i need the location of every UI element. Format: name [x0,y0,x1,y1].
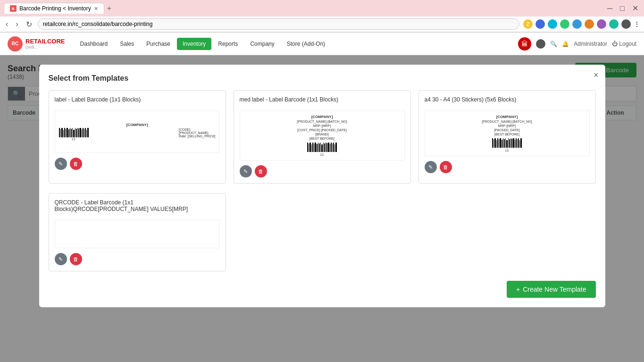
tab-close-button[interactable]: ✕ [94,6,98,12]
refresh-button[interactable]: ↻ [24,19,34,30]
template-preview-label: [COMPANY] 11 [CODE] [PRO [55,110,220,153]
template-actions-qrcode: ✎ 🗑 [55,253,220,265]
admin-label: Administrator [574,41,607,47]
ext-icon-7 [597,19,606,29]
ext-icon-4 [560,19,569,29]
template-card-qrcode: QRCODE - Label Barcode (1x1 Blocks)QRCOD… [49,193,226,271]
modal-close-button[interactable]: × [594,70,599,80]
delete-template-label-button[interactable]: 🗑 [70,158,82,170]
address-bar[interactable] [38,18,519,30]
template-card-a4-30: a4 30 - A4 (30 Stickers) (5x6 Blocks) [C… [418,90,596,184]
notification-icon[interactable]: 🔔 [562,41,569,47]
page-background: Search Result (1438) Total Print Qty: 17… [0,55,644,362]
ext-icon-6 [585,19,594,29]
browser-tab[interactable]: B Barcode Printing < Inventory ✕ [4,3,104,14]
youtube-icon [536,39,545,49]
nav-inventory[interactable]: Inventory [177,38,211,50]
app-header: RC RETAILCORE Dedi... Dashboard Sales Pu… [0,33,644,55]
template-card-med-label: med label - Label Barcode (1x1 Blocks) [… [234,90,411,184]
template-empty-3 [418,193,596,271]
nav-dashboard[interactable]: Dashboard [75,38,114,50]
template-name-a4-30: a4 30 - A4 (30 Stickers) (5x6 Blocks) [425,96,590,103]
logo-text: RETAILCORE [25,38,65,45]
template-name-qrcode: QRCODE - Label Barcode (1x1 Blocks)QRCOD… [55,199,220,212]
edit-template-med-label-button[interactable]: ✎ [240,165,252,177]
plus-icon: + [516,286,520,293]
menu-dots[interactable]: ⋮ [634,20,640,28]
nav-purchase[interactable]: Purchase [141,38,176,50]
nav-store[interactable]: Store (Add-On) [281,38,331,50]
modal-footer: + Create New Template [49,281,596,298]
template-name-med-label: med label - Label Barcode (1x1 Blocks) [240,96,405,103]
edit-template-a4-30-button[interactable]: ✎ [425,161,437,173]
nav-company[interactable]: Company [244,38,280,50]
app-nav: Dashboard Sales Purchase Inventory Repor… [75,38,331,50]
template-preview-med-label: [COMPANY] [PRODUCT_NAME]-[BATCH_NO] MRP-… [240,110,405,160]
template-name-label: label - Label Barcode (1x1 Blocks) [55,96,220,103]
template-grid-bottom: QRCODE - Label Barcode (1x1 Blocks)QRCOD… [49,193,596,271]
app-logo: RC RETAILCORE Dedi... [8,36,65,51]
template-grid: label - Label Barcode (1x1 Blocks) [COMP… [49,90,596,184]
ext-icon-3 [548,19,557,29]
app-right-header: 🏛 🔍 🔔 Administrator ⏻ Logout [518,37,636,51]
create-new-template-button[interactable]: + Create New Template [507,281,596,298]
template-empty-2 [234,193,411,271]
brand-icon: 🏛 [518,37,531,51]
delete-template-qrcode-button[interactable]: 🗑 [70,253,82,265]
minimize-button[interactable]: ─ [605,3,614,14]
back-button[interactable]: ‹ [4,19,10,29]
browser-extension-icons: Z ⋮ [523,19,640,29]
logo-sub: Dedi... [25,45,65,50]
ext-icon-1: Z [523,19,533,29]
template-modal: Select from Templates × label - Label Ba… [39,65,605,307]
template-actions-med-label: ✎ 🗑 [240,165,405,177]
delete-template-a4-30-button[interactable]: 🗑 [440,161,452,173]
maximize-button[interactable]: □ [618,3,627,14]
ext-icon-2 [535,19,545,29]
tab-favicon: B [10,5,17,12]
close-window-button[interactable]: ✕ [630,3,640,14]
search-icon[interactable]: 🔍 [550,41,557,47]
edit-template-qrcode-button[interactable]: ✎ [55,253,67,265]
template-actions-a4-30: ✎ 🗑 [425,161,590,173]
delete-template-med-label-button[interactable]: 🗑 [255,165,267,177]
ext-icon-5 [572,19,582,29]
modal-title: Select from Templates [49,74,596,83]
template-preview-a4-30: [COMPANY] [PRODUCT_NAME]-[BATCH_NO] MRP-… [425,110,590,156]
ext-icon-9 [621,19,631,29]
template-preview-qrcode [55,220,220,248]
logout-button[interactable]: ⏻ Logout [612,41,636,47]
modal-overlay: Select from Templates × label - Label Ba… [0,55,644,362]
edit-template-label-button[interactable]: ✎ [55,158,67,170]
forward-button[interactable]: › [14,19,20,29]
template-actions-label: ✎ 🗑 [55,158,220,170]
new-tab-button[interactable]: + [107,4,111,13]
template-card-label: label - Label Barcode (1x1 Blocks) [COMP… [49,90,226,184]
ext-icon-8 [609,19,619,29]
nav-sales[interactable]: Sales [114,38,140,50]
logo-icon: RC [8,36,23,51]
nav-reports[interactable]: Reports [212,38,243,50]
tab-title-text: Barcode Printing < Inventory [19,5,91,12]
